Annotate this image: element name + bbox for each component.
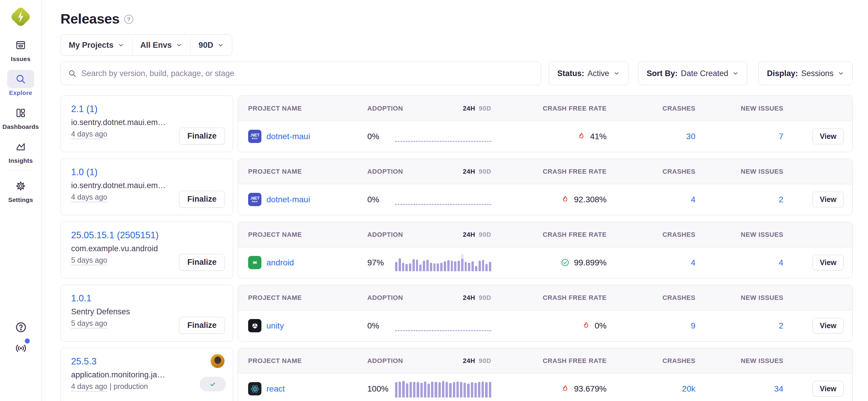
org-logo[interactable] [10, 6, 31, 27]
dashboards-icon [7, 104, 34, 122]
sidebar-item-issues[interactable]: Issues [7, 36, 34, 63]
search-icon [68, 69, 77, 78]
finalize-button[interactable]: Finalize [179, 254, 225, 271]
sidebar-item-label: Settings [8, 196, 33, 203]
sidebar-bottom [0, 321, 41, 355]
crashes-link[interactable]: 4 [691, 195, 695, 204]
release-card: 1.0 (1) io.sentry.dotnet.maui.em… 4 days… [60, 159, 233, 215]
column-adoption: ADOPTION 24H 90D [367, 231, 491, 238]
column-project-name: PROJECT NAME [248, 357, 367, 365]
release-card: 25.5.3 application.monitoring.ja… 4 days… [60, 348, 233, 401]
finalize-button[interactable]: Finalize [179, 128, 225, 144]
sidebar-item-explore[interactable]: Explore [7, 70, 34, 96]
release-table-row: android 97% 99.899% 4 4 View [238, 247, 852, 278]
column-project-name: PROJECT NAME [248, 105, 367, 112]
main-content: Releases ? My Projects All Envs 90D [41, 0, 868, 401]
project-link[interactable]: react [267, 384, 285, 394]
range-24h-toggle[interactable]: 24H [463, 231, 475, 238]
range-24h-toggle[interactable]: 24H [463, 357, 475, 365]
release-version-link[interactable]: 1.0.1 [71, 293, 91, 304]
release-table-row: .NETMAUI dotnet-maui 0% 92.308% 4 [238, 184, 852, 215]
column-new-issues: NEW ISSUES [695, 357, 783, 365]
finalized-check-pill[interactable] [200, 377, 226, 391]
release-group: 1.0.1 Sentry Defenses 5 days ago Finaliz… [60, 285, 852, 341]
column-adoption-label: ADOPTION [367, 357, 403, 365]
column-adoption: ADOPTION 24H 90D [367, 168, 491, 175]
column-adoption-label: ADOPTION [367, 231, 403, 238]
display-dropdown[interactable]: Display: Sessions [758, 62, 852, 85]
column-crashes: CRASHES [607, 168, 695, 175]
range-24h-toggle[interactable]: 24H [463, 168, 475, 175]
release-version-link[interactable]: 25.5.3 [71, 356, 96, 367]
crashes-link[interactable]: 4 [691, 258, 695, 267]
release-table-header: PROJECT NAME ADOPTION 24H 90D CRASH FREE… [238, 96, 852, 121]
release-search-input[interactable] [82, 69, 534, 78]
notification-dot [25, 338, 30, 343]
sort-by-dropdown[interactable]: Sort By: Date Created [638, 62, 748, 85]
crash-free-rate: 99.899% [491, 258, 607, 267]
range-90d-toggle[interactable]: 90D [479, 357, 491, 365]
crashes-link[interactable]: 20k [682, 384, 695, 393]
project-filter-dropdown[interactable]: My Projects [61, 35, 132, 56]
status-dropdown[interactable]: Status: Active [549, 62, 628, 85]
whats-new-button[interactable] [14, 341, 27, 355]
release-package: Sentry Defenses [71, 307, 198, 316]
new-issues-link[interactable]: 34 [774, 384, 783, 393]
page-help-icon[interactable]: ? [124, 15, 133, 24]
crashes-link[interactable]: 30 [686, 132, 695, 141]
release-version-link[interactable]: 2.1 (1) [71, 104, 98, 114]
sentry-releases-page: Issues Explore [0, 0, 868, 401]
range-24h-toggle[interactable]: 24H [463, 294, 475, 302]
release-table-row: .NETMAUI dotnet-maui 0% 41% 30 [238, 121, 852, 152]
view-button[interactable]: View [812, 318, 843, 333]
date-range-dropdown[interactable]: 90D [190, 35, 232, 56]
release-group: 25.05.15.1 (2505151) com.example.vu.andr… [60, 222, 852, 278]
finalize-button[interactable]: Finalize [179, 317, 225, 334]
project-link[interactable]: dotnet-maui [267, 132, 310, 141]
check-circle-icon [561, 258, 570, 267]
range-24h-toggle[interactable]: 24H [463, 105, 475, 112]
new-issues-link[interactable]: 4 [779, 258, 783, 267]
release-created-time: 4 days ago [71, 130, 107, 139]
column-adoption-label: ADOPTION [367, 105, 403, 112]
range-90d-toggle[interactable]: 90D [479, 105, 491, 112]
new-issues-link[interactable]: 2 [779, 195, 783, 204]
issues-icon [7, 36, 34, 54]
range-toggle: 24H 90D [463, 357, 491, 365]
adoption-sparkline [395, 141, 491, 142]
view-button[interactable]: View [812, 129, 843, 144]
release-table-row: react 100% 93.679% 20k 34 View [238, 374, 852, 401]
help-button[interactable] [15, 321, 27, 335]
android-icon [248, 256, 261, 269]
range-90d-toggle[interactable]: 90D [479, 294, 491, 302]
crashes-link[interactable]: 9 [691, 321, 695, 330]
release-version-link[interactable]: 25.05.15.1 (2505151) [71, 230, 158, 241]
project-link[interactable]: dotnet-maui [267, 195, 310, 204]
page-title: Releases [60, 11, 120, 27]
sidebar-item-settings[interactable]: Settings [7, 177, 34, 203]
sidebar-item-insights[interactable]: Insights [7, 138, 34, 164]
display-label: Display: [767, 69, 798, 78]
range-90d-toggle[interactable]: 90D [479, 168, 491, 175]
column-adoption-label: ADOPTION [367, 294, 403, 302]
view-button[interactable]: View [812, 381, 843, 397]
new-issues-link[interactable]: 2 [779, 321, 783, 330]
new-issues-link[interactable]: 7 [779, 132, 783, 141]
environment-filter-dropdown[interactable]: All Envs [132, 35, 191, 56]
release-version-link[interactable]: 1.0 (1) [71, 167, 98, 177]
range-90d-toggle[interactable]: 90D [479, 231, 491, 238]
release-package: io.sentry.dotnet.maui.em… [71, 118, 198, 127]
project-link[interactable]: unity [267, 321, 284, 331]
project-link[interactable]: android [267, 258, 294, 267]
react-icon [248, 382, 261, 395]
controls-row: Status: Active Sort By: Date Created Dis… [60, 62, 852, 85]
view-button[interactable]: View [812, 255, 843, 270]
react-icon [250, 383, 260, 394]
adoption-sparkline [395, 380, 491, 397]
finalize-button[interactable]: Finalize [179, 191, 225, 208]
sidebar-item-dashboards[interactable]: Dashboards [2, 104, 39, 130]
column-new-issues: NEW ISSUES [695, 294, 783, 302]
unity-icon [248, 319, 261, 332]
release-table-header: PROJECT NAME ADOPTION 24H 90D CRASH FREE… [238, 348, 852, 374]
view-button[interactable]: View [812, 192, 843, 207]
